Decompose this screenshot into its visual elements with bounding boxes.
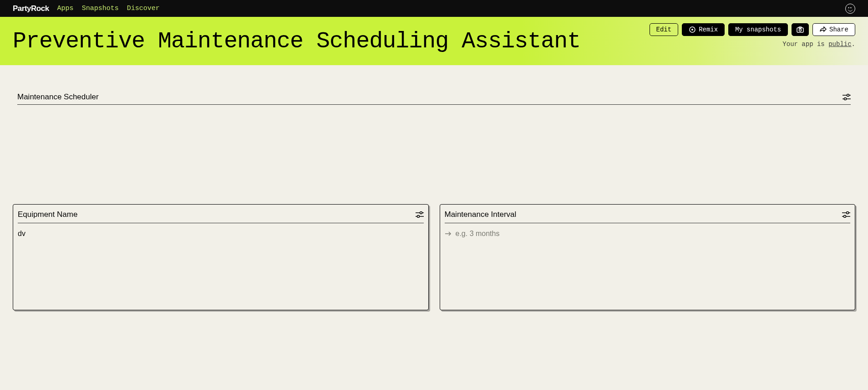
remix-icon	[689, 26, 696, 33]
settings-sliders-icon[interactable]	[842, 211, 850, 218]
camera-button[interactable]	[792, 23, 809, 36]
remix-label: Remix	[699, 26, 718, 33]
svg-point-3	[799, 29, 801, 31]
profile-smiley-icon[interactable]	[845, 4, 855, 14]
svg-point-14	[847, 212, 849, 214]
content-area: Maintenance Scheduler Equipment Name	[0, 65, 868, 310]
hero-banner: Preventive Maintenance Scheduling Assist…	[0, 17, 868, 65]
interval-card-header: Maintenance Interval	[445, 210, 851, 223]
nav-link-discover[interactable]: Discover	[127, 5, 160, 12]
svg-point-8	[844, 98, 847, 100]
equipment-input[interactable]: dv	[18, 230, 424, 238]
interval-card-title: Maintenance Interval	[445, 210, 517, 219]
equipment-card-title: Equipment Name	[18, 210, 77, 219]
scheduler-title: Maintenance Scheduler	[17, 92, 99, 102]
interval-placeholder: e.g. 3 months	[456, 230, 500, 238]
top-nav: PartyRock Apps Snapshots Discover	[0, 0, 868, 17]
hero-actions: Edit Remix My snapshots	[650, 23, 855, 48]
equipment-card-header: Equipment Name	[18, 210, 424, 223]
visibility-link[interactable]: public	[828, 41, 851, 48]
svg-point-12	[417, 216, 419, 218]
action-buttons: Edit Remix My snapshots	[650, 23, 855, 36]
arrow-right-icon	[445, 231, 452, 237]
camera-icon	[797, 26, 804, 33]
app-title: Preventive Maintenance Scheduling Assist…	[13, 28, 580, 54]
scheduler-widget: Maintenance Scheduler	[17, 92, 851, 105]
visibility-status: Your app is public.	[782, 41, 855, 48]
share-button[interactable]: Share	[812, 23, 855, 36]
nav-left: PartyRock Apps Snapshots Discover	[13, 4, 160, 13]
nav-right	[845, 4, 855, 14]
nav-link-apps[interactable]: Apps	[57, 5, 74, 12]
nav-link-snapshots[interactable]: Snapshots	[82, 5, 119, 12]
interval-input[interactable]: e.g. 3 months	[445, 230, 851, 238]
svg-point-16	[844, 216, 846, 218]
visibility-prefix: Your app is	[782, 41, 828, 48]
settings-sliders-icon[interactable]	[416, 211, 424, 218]
svg-point-1	[691, 29, 693, 31]
svg-point-10	[420, 212, 422, 214]
equipment-name-card: Equipment Name dv	[13, 204, 429, 310]
share-label: Share	[829, 26, 848, 33]
settings-sliders-icon[interactable]	[843, 94, 851, 100]
maintenance-interval-card: Maintenance Interval	[440, 204, 856, 310]
share-arrow-icon	[819, 26, 827, 33]
visibility-suffix: .	[852, 41, 855, 48]
my-snapshots-button[interactable]: My snapshots	[728, 23, 788, 36]
edit-button[interactable]: Edit	[650, 23, 679, 36]
svg-point-6	[847, 94, 849, 97]
logo[interactable]: PartyRock	[13, 4, 49, 13]
cards-row: Equipment Name dv Maintenance Interval	[13, 204, 855, 310]
remix-button[interactable]: Remix	[682, 23, 725, 36]
